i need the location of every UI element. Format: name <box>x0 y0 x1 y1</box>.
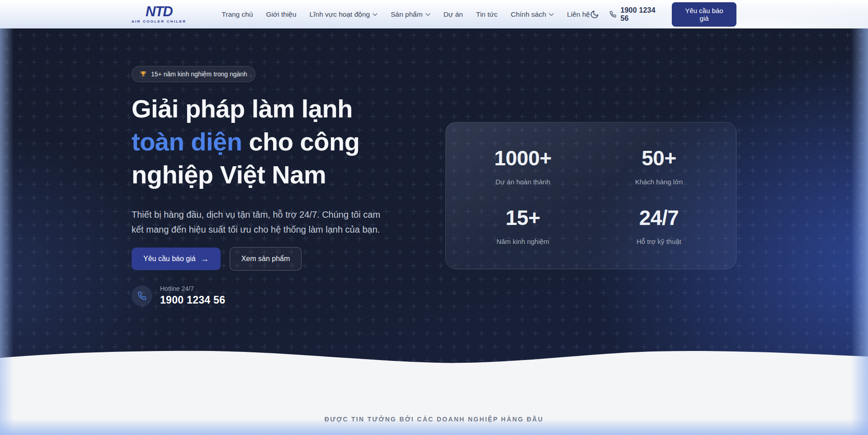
nav-item-lien-he[interactable]: Liên hệ <box>567 10 590 19</box>
nav-item-label: Sản phẩm <box>391 10 423 19</box>
chevron-down-icon <box>549 13 554 16</box>
stat-years: 15+ Năm kinh nghiệm <box>455 206 591 245</box>
nav-item-linh-vuc[interactable]: Lĩnh vực hoạt động <box>310 10 378 19</box>
phone-icon <box>137 291 146 300</box>
experience-badge-text: 15+ năm kinh nghiệm trong ngành <box>151 70 247 78</box>
nav-item-trang-chu[interactable]: Trang chủ <box>222 10 253 19</box>
hero-heading-line2: cho công <box>242 127 359 156</box>
stat-clients: 50+ Khách hàng lớn <box>591 146 727 186</box>
chevron-down-icon <box>425 13 430 16</box>
brand-tagline: AIR COOLER CHILER <box>132 19 186 23</box>
stat-value: 1000+ <box>455 146 591 170</box>
stat-value: 15+ <box>455 206 591 230</box>
moon-icon <box>590 10 599 19</box>
nav-item-label: Giới thiệu <box>266 10 297 19</box>
hero-heading-line1: Giải pháp làm lạnh <box>132 94 353 123</box>
experience-badge: 15+ năm kinh nghiệm trong ngành <box>132 66 255 82</box>
nav-item-chinh-sach[interactable]: Chính sách <box>511 10 554 19</box>
trophy-icon <box>140 70 147 78</box>
navbar-quote-button[interactable]: Yêu cầu báo giá <box>672 2 736 27</box>
main-nav: Trang chủ Giới thiệu Lĩnh vực hoạt động … <box>222 10 590 19</box>
brand-logo[interactable]: NTD AIR COOLER CHILER <box>132 5 186 23</box>
nav-item-san-pham[interactable]: Sản phẩm <box>391 10 430 19</box>
request-quote-button[interactable]: Yêu cầu báo giá → <box>132 248 221 270</box>
stat-label: Năm kinh nghiệm <box>455 238 591 245</box>
stat-projects: 1000+ Dự án hoàn thành <box>455 146 591 186</box>
stat-label: Hỗ trợ kỹ thuật <box>591 238 727 245</box>
view-products-button[interactable]: Xem sản phẩm <box>230 247 302 271</box>
hotline-block: Hotline 24/7 1900 1234 56 <box>132 285 736 306</box>
dark-mode-toggle[interactable] <box>590 10 599 19</box>
brand-name: NTD <box>146 5 172 18</box>
nav-item-label: Tin tức <box>476 10 498 19</box>
hotline-phone-button[interactable] <box>132 285 152 306</box>
nav-item-tin-tuc[interactable]: Tin tức <box>476 10 498 19</box>
trusted-by-heading: ĐƯỢC TIN TƯỞNG BỞI CÁC DOANH NGHIỆP HÀNG… <box>0 416 868 423</box>
nav-item-label: Liên hệ <box>567 10 590 19</box>
nav-item-label: Trang chủ <box>222 10 253 19</box>
hero-description: Thiết bị hàng đầu, dịch vụ tận tâm, hỗ t… <box>132 207 387 237</box>
hero-heading-highlight: toàn diện <box>132 127 242 156</box>
arrow-right-icon: → <box>201 255 209 263</box>
navbar-inner: NTD AIR COOLER CHILER Trang chủ Giới thi… <box>129 0 739 28</box>
nav-item-label: Dự án <box>443 10 463 19</box>
chevron-down-icon <box>373 13 377 16</box>
stat-value: 50+ <box>591 146 727 170</box>
navbar-phone[interactable]: 1900 1234 56 <box>609 6 661 23</box>
stat-label: Khách hàng lớn <box>591 178 727 186</box>
hotline-label: Hotline 24/7 <box>160 285 225 292</box>
nav-item-du-an[interactable]: Dự án <box>443 10 463 19</box>
stat-label: Dự án hoàn thành <box>455 178 591 186</box>
hero-heading-line3: nghiệp Việt Nam <box>132 160 326 189</box>
nav-item-label: Chính sách <box>511 10 546 19</box>
stat-value: 24/7 <box>591 206 727 230</box>
stat-support: 24/7 Hỗ trợ kỹ thuật <box>591 206 727 245</box>
phone-icon <box>609 10 616 18</box>
hotline-number: 1900 1234 56 <box>160 294 225 306</box>
hero-heading: Giải pháp làm lạnh toàn diện cho công ng… <box>132 93 430 191</box>
stats-card: 1000+ Dự án hoàn thành 50+ Khách hàng lớ… <box>445 122 736 269</box>
request-quote-label: Yêu cầu báo giá <box>143 255 196 263</box>
navbar: NTD AIR COOLER CHILER Trang chủ Giới thi… <box>0 0 868 28</box>
nav-item-gioi-thieu[interactable]: Giới thiệu <box>266 10 297 19</box>
hotline-text: Hotline 24/7 1900 1234 56 <box>160 285 225 306</box>
hero-section: 15+ năm kinh nghiệm trong ngành Giải phá… <box>0 28 868 435</box>
navbar-actions: 1900 1234 56 Yêu cầu báo giá <box>590 2 736 27</box>
nav-item-label: Lĩnh vực hoạt động <box>310 10 370 19</box>
navbar-phone-number: 1900 1234 56 <box>620 6 661 23</box>
